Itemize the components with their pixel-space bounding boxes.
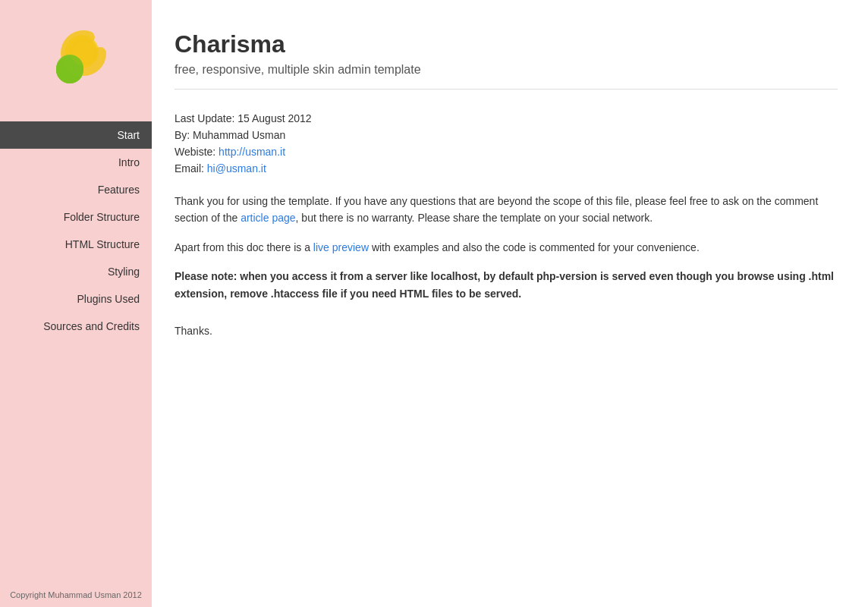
logo-area [0, 0, 152, 121]
sidebar-item-styling[interactable]: Styling [0, 258, 152, 285]
sidebar-item-sources-and-credits[interactable]: Sources and Credits [0, 313, 152, 340]
sidebar-item-start[interactable]: Start [0, 121, 152, 149]
sidebar-item-features[interactable]: Features [0, 176, 152, 203]
thanks-text: Thanks. [175, 325, 838, 337]
author: By: Muhammad Usman [175, 129, 838, 141]
main-content: Charisma free, responsive, multiple skin… [152, 0, 868, 607]
page-subtitle: free, responsive, multiple skin admin te… [175, 63, 838, 90]
sidebar: Start Intro Features Folder Structure HT… [0, 0, 152, 607]
live-preview-link[interactable]: live preview [313, 241, 369, 253]
sidebar-item-plugins-used[interactable]: Plugins Used [0, 285, 152, 313]
sidebar-item-html-structure[interactable]: HTML Structure [0, 231, 152, 258]
email-link[interactable]: hi@usman.it [207, 162, 266, 175]
description2: Apart from this doc there is a live prev… [175, 239, 838, 256]
description1: Thank you for using the template. If you… [175, 193, 838, 227]
sidebar-item-intro[interactable]: Intro [0, 149, 152, 176]
article-page-link[interactable]: article page [241, 212, 295, 224]
page-title: Charisma [175, 30, 838, 58]
svg-point-5 [56, 55, 83, 82]
website-link[interactable]: http://usman.it [219, 146, 285, 158]
meta-block: Last Update: 15 August 2012 By: Muhammad… [175, 112, 838, 175]
logo-icon [46, 30, 106, 91]
note-block: Please note: when you access it from a s… [175, 268, 838, 302]
sidebar-item-folder-structure[interactable]: Folder Structure [0, 203, 152, 231]
copyright-text: Copyright Muhammad Usman 2012 [0, 590, 152, 599]
website: Webiste: http://usman.it [175, 146, 838, 158]
last-update: Last Update: 15 August 2012 [175, 112, 838, 124]
email: Email: hi@usman.it [175, 162, 838, 175]
